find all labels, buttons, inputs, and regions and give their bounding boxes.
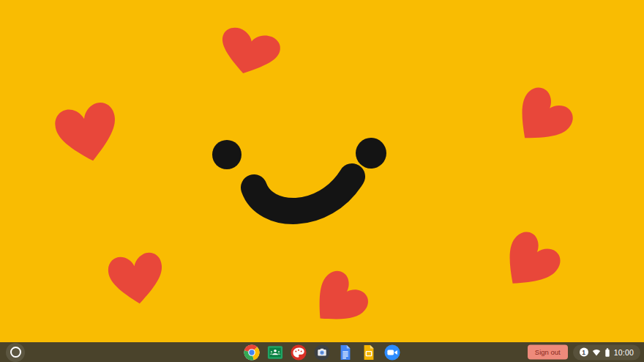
clock: 10:00 <box>614 348 634 357</box>
app-button-classroom[interactable] <box>267 344 283 361</box>
heart-shape-right-bottom <box>487 221 571 304</box>
app-button-slides[interactable] <box>361 344 377 361</box>
shelf-apps <box>244 344 400 361</box>
docs-icon <box>337 344 353 361</box>
heart-shape-left <box>47 95 127 171</box>
app-button-meet[interactable] <box>384 344 400 361</box>
smiley-mouth <box>234 158 373 238</box>
app-button-chrome[interactable] <box>244 344 260 361</box>
wifi-icon <box>592 348 601 357</box>
status-tray[interactable]: 1 10:00 <box>573 344 640 360</box>
heart-shape-bottom-center <box>298 260 378 341</box>
shelf: Sign out 1 10:00 <box>0 342 644 362</box>
heart-shape-bottom-left <box>102 247 171 311</box>
app-button-docs[interactable] <box>337 344 353 361</box>
battery-icon <box>604 347 610 357</box>
notification-badge: 1 <box>580 348 588 357</box>
classroom-icon <box>267 344 283 361</box>
meet-icon <box>384 344 400 361</box>
launcher-button[interactable] <box>6 343 25 362</box>
camera-icon <box>314 344 330 361</box>
launcher-icon <box>10 347 21 358</box>
shelf-right-area: Sign out 1 10:00 <box>528 344 640 360</box>
wallpaper <box>0 0 644 362</box>
chromeos-desktop: Sign out 1 10:00 <box>0 0 644 362</box>
canvas-icon <box>291 344 307 361</box>
slides-icon <box>361 344 377 361</box>
heart-shape-top <box>210 20 288 84</box>
sign-out-button[interactable]: Sign out <box>528 345 568 360</box>
app-button-canvas[interactable] <box>291 344 307 361</box>
heart-shape-right-top <box>500 76 583 160</box>
chrome-icon <box>244 344 260 361</box>
app-button-camera[interactable] <box>314 344 330 361</box>
